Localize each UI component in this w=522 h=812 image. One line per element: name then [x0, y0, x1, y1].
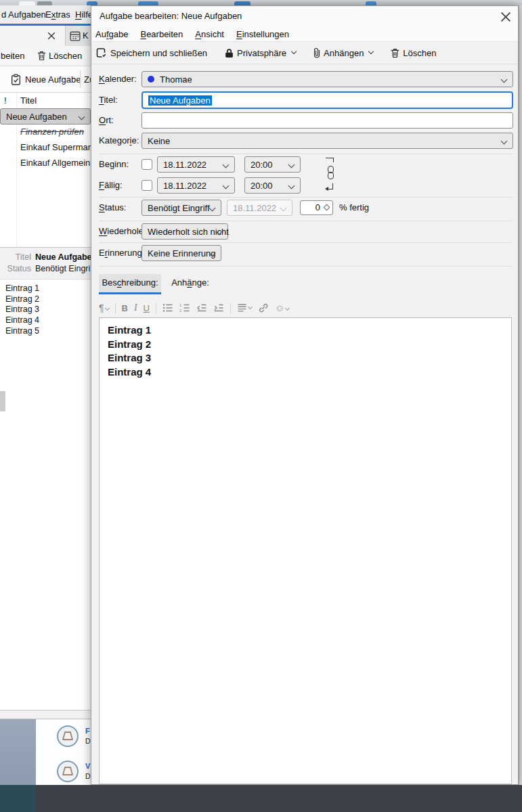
repeat-select[interactable]: Wiederholt sich nicht	[142, 223, 228, 240]
reminder-select[interactable]: Keine Erinnerung	[142, 245, 221, 261]
calendar-icon	[70, 30, 81, 41]
start-date-select[interactable]: 18.11.2022	[157, 156, 235, 173]
menu-aufgabe[interactable]: Aufgabe	[95, 29, 128, 39]
reminder-title-fragment[interactable]: F	[85, 727, 90, 735]
calendar-color-dot	[148, 76, 154, 83]
status-select[interactable]: Benötigt Eingriff	[142, 200, 221, 216]
privacy-button[interactable]: Privatsphäre	[225, 48, 296, 58]
underline-button[interactable]: U	[144, 303, 150, 313]
close-tab-icon[interactable]	[47, 32, 56, 40]
toolbar-separator	[230, 302, 231, 314]
kategorie-label: Kategorie:	[99, 133, 139, 149]
task-row[interactable]: Einkauf Allgemein	[0, 155, 91, 171]
start-time-select[interactable]: 20:00	[244, 156, 301, 173]
details-title-label: Titel	[0, 252, 31, 263]
description-line: Eintrag 4	[5, 315, 91, 326]
start-date-checkbox[interactable]	[142, 159, 152, 170]
dialog-toolbar: Speichern und schließen Privatsphäre Anh…	[91, 42, 518, 64]
menu-bearbeiten[interactable]: Bearbeiten	[140, 29, 183, 39]
background-window-bottom	[0, 710, 91, 719]
beginn-label: Beginn:	[99, 156, 129, 173]
task-list-header[interactable]: ! Titel	[0, 93, 91, 108]
dialog-titlebar[interactable]: Aufgabe bearbeiten: Neue Aufgaben	[91, 6, 518, 26]
details-status-label: Status	[0, 263, 31, 275]
align-icon	[237, 303, 247, 313]
tab-beschreibung[interactable]: Beschreibung:	[99, 274, 161, 294]
align-button[interactable]	[237, 303, 252, 313]
title-input[interactable]: Neue Aufgaben	[142, 91, 513, 109]
menu-item-aufgaben[interactable]: d Aufgaben	[1, 5, 46, 24]
menu-item-hilfe[interactable]: Hilfe	[75, 5, 91, 24]
calendar-select[interactable]: Thomae	[142, 71, 513, 87]
taskbar[interactable]	[0, 785, 522, 812]
indent-button[interactable]	[213, 303, 224, 313]
new-task-button[interactable]: Neue Aufgabe	[25, 66, 81, 93]
bearbeiten-button-fragment[interactable]: beiten	[1, 46, 24, 66]
trash-icon	[37, 51, 46, 61]
toolbar-separator	[156, 302, 156, 314]
italic-button[interactable]: I	[134, 302, 137, 313]
reminder-title-fragment[interactable]: V	[85, 762, 90, 770]
details-status-value: Benötigt Eingriff	[31, 264, 91, 273]
status-label: Status:	[99, 200, 126, 216]
category-select[interactable]: Keine	[142, 133, 513, 149]
tab-kalender[interactable]: K	[66, 26, 91, 46]
task-list: ! Titel Neue Aufgaben Finanzen prüfen Ei…	[0, 93, 91, 247]
attach-button[interactable]: Anhängen	[313, 47, 373, 58]
separator	[99, 197, 512, 198]
tab-kalender-label: K	[83, 26, 89, 46]
task-row[interactable]: Einkauf Supermarkt ä	[0, 139, 91, 155]
menu-ansicht[interactable]: Ansicht	[195, 29, 224, 39]
chevron-down-icon	[291, 49, 297, 54]
paragraph-format-button[interactable]: ¶	[99, 302, 109, 313]
bold-button[interactable]: B	[122, 303, 128, 313]
due-time-select[interactable]: 20:00	[244, 177, 301, 194]
menu-einstellungen[interactable]: Einstellungen	[236, 29, 289, 39]
tab-aufgaben[interactable]	[0, 26, 66, 46]
priority-column-header[interactable]: !	[4, 93, 7, 108]
separator	[99, 266, 512, 267]
zuordnen-button-fragment[interactable]: Zu	[84, 66, 91, 93]
window-edge	[519, 5, 522, 785]
task-details-pane: TitelNeue Aufgaben StatusBenötigt Eingri…	[0, 248, 91, 279]
title-column-header[interactable]: Titel	[20, 93, 37, 108]
taskbar-left-segment	[0, 785, 35, 812]
delete-task-button[interactable]: Löschen	[49, 46, 82, 66]
dialog-title: Aufgabe bearbeiten: Neue Aufgaben	[100, 11, 242, 21]
dialog-menubar: Aufgabe Bearbeiten Ansicht Einstellungen	[91, 26, 518, 42]
svg-text:2: 2	[179, 309, 182, 313]
faellig-label: Fällig:	[99, 177, 123, 194]
task-row[interactable]: Finanzen prüfen	[0, 124, 91, 139]
task-row[interactable]: Neue Aufgaben	[0, 108, 91, 125]
numbered-list-button[interactable]: 1 2	[179, 303, 190, 313]
spinner-icon[interactable]	[324, 204, 330, 211]
close-icon[interactable]	[500, 12, 511, 22]
smiley-button[interactable]: ☺	[275, 302, 289, 313]
background-actionbar: Neue Aufgabe Zu	[0, 66, 91, 93]
link-dates-icon[interactable]	[322, 158, 339, 197]
description-line: Eintrag 3	[5, 304, 91, 315]
menu-item-extras[interactable]: Extras	[45, 5, 70, 24]
description-line: Eintrag 2	[5, 294, 91, 305]
due-date-checkbox[interactable]	[142, 180, 152, 191]
titel-label: Titel:	[99, 92, 118, 108]
background-window: d Aufgaben Extras Hilfe K beiten Löschen…	[0, 5, 91, 710]
reminder-date-fragment: D	[85, 737, 91, 745]
percent-complete-input[interactable]: 0	[300, 200, 333, 215]
svg-text:1: 1	[179, 303, 182, 307]
editor-toolbar: ¶ B I U 1 2	[99, 300, 512, 316]
insert-link-button[interactable]	[258, 302, 269, 313]
description-editor[interactable]: Eintrag 1 Eintrag 2 Eintrag 3 Eintrag 4	[99, 317, 512, 784]
outdent-button[interactable]	[196, 303, 207, 313]
bullet-list-button[interactable]	[162, 303, 173, 313]
scrollbar-thumb[interactable]	[0, 391, 5, 411]
delete-button[interactable]: Löschen	[391, 48, 436, 58]
background-menubar: d Aufgaben Extras Hilfe	[0, 5, 91, 26]
alarm-bell-icon	[56, 760, 79, 783]
due-date-select[interactable]: 18.11.2022	[157, 177, 235, 194]
save-icon	[96, 47, 107, 58]
location-input[interactable]	[142, 112, 513, 129]
details-title-value: Neue Aufgaben	[31, 252, 91, 262]
tab-anhaenge[interactable]: Anhänge:	[161, 274, 219, 294]
save-and-close-button[interactable]: Speichern und schließen	[96, 47, 207, 58]
